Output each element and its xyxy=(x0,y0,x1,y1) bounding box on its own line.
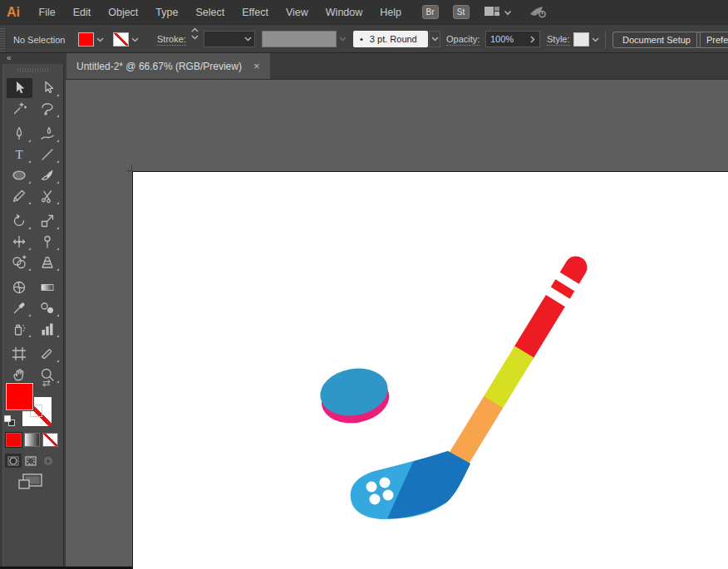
stepper-down-icon[interactable] xyxy=(191,35,199,40)
tool-paintbrush[interactable] xyxy=(35,165,61,185)
preferences-button[interactable]: Preferences xyxy=(696,32,728,48)
style-chevron-icon[interactable] xyxy=(589,32,601,47)
menu-effect[interactable]: Effect xyxy=(234,7,278,18)
blade-dot-4 xyxy=(383,490,394,501)
stick-shaft-chartreuse xyxy=(484,346,534,408)
workspace-chevron-down-icon[interactable] xyxy=(504,7,512,18)
curvature-pen-icon xyxy=(39,125,56,142)
menu-window[interactable]: Window xyxy=(317,7,371,18)
none-mode-button[interactable] xyxy=(42,433,58,447)
default-fill-stroke-icon[interactable] xyxy=(4,415,16,426)
control-bar-separator xyxy=(605,31,606,49)
fill-proxy-swatch[interactable] xyxy=(6,383,33,410)
control-bar: No Selection Stroke: xyxy=(0,24,728,53)
paintbrush-icon xyxy=(39,167,56,184)
document-tab[interactable]: Untitled-2* @ 66.67% (RGB/Preview) × xyxy=(66,53,270,79)
type-icon: T xyxy=(11,146,27,163)
menu-object[interactable]: Object xyxy=(100,7,147,18)
ellipse-icon xyxy=(11,167,27,184)
draw-inside-button xyxy=(40,454,57,468)
tool-line-segment[interactable] xyxy=(35,145,61,164)
brush-chevron-icon[interactable] xyxy=(429,31,440,47)
symbol-sprayer-icon xyxy=(11,321,27,337)
tool-selection[interactable] xyxy=(7,78,32,98)
stock-button[interactable]: St xyxy=(453,5,470,19)
tool-artboard[interactable] xyxy=(7,344,32,364)
selection-arrow-icon xyxy=(11,80,27,96)
tool-perspective-grid[interactable] xyxy=(35,253,61,272)
tool-lasso[interactable] xyxy=(35,99,61,119)
fill-chevron-down-icon[interactable] xyxy=(94,32,106,47)
puck-object[interactable] xyxy=(317,363,393,428)
tool-mesh[interactable] xyxy=(7,277,32,297)
menu-select[interactable]: Select xyxy=(187,7,234,18)
direct-selection-arrow-icon xyxy=(39,80,56,96)
line-segment-icon xyxy=(39,146,56,163)
menu-view[interactable]: View xyxy=(277,7,317,18)
menu-type[interactable]: Type xyxy=(147,7,187,18)
menu-file[interactable]: File xyxy=(30,7,64,18)
control-bar-grip[interactable] xyxy=(0,27,7,52)
pencil-icon xyxy=(11,188,27,204)
opacity-label[interactable]: Opacity: xyxy=(446,34,480,46)
mesh-icon xyxy=(11,279,27,296)
style-label[interactable]: Style: xyxy=(547,34,570,46)
color-mode-button[interactable] xyxy=(6,433,22,447)
tool-rotate[interactable] xyxy=(7,211,32,231)
canvas-viewport[interactable] xyxy=(66,80,728,569)
screen-mode-button[interactable] xyxy=(17,472,45,495)
artboard-icon xyxy=(11,346,27,362)
scissors-icon xyxy=(39,188,56,204)
menu-help[interactable]: Help xyxy=(371,7,411,18)
menu-edit[interactable]: Edit xyxy=(64,7,100,18)
tool-slice[interactable] xyxy=(35,344,61,364)
tool-symbol-sprayer[interactable] xyxy=(7,319,32,339)
tool-scissors[interactable] xyxy=(35,186,61,206)
tools-drag-handle[interactable] xyxy=(17,68,49,72)
tool-free-transform[interactable] xyxy=(35,232,61,252)
stroke-weight-dropdown[interactable] xyxy=(204,31,255,47)
magic-wand-icon xyxy=(11,101,27,117)
selection-status: No Selection xyxy=(13,25,65,54)
draw-normal-button[interactable] xyxy=(5,454,22,468)
tool-blend[interactable] xyxy=(35,298,61,318)
tool-scale[interactable] xyxy=(35,211,61,231)
tool-width[interactable] xyxy=(7,232,32,252)
tool-pen[interactable] xyxy=(7,124,32,144)
fill-color-swatch[interactable] xyxy=(78,32,94,47)
width-profile-dropdown xyxy=(262,31,337,47)
blade-dot-1 xyxy=(366,482,377,493)
tool-shape-builder[interactable] xyxy=(7,253,32,272)
style-swatch[interactable] xyxy=(573,32,589,47)
tool-direct-selection[interactable] xyxy=(35,78,61,98)
shape-builder-icon xyxy=(11,254,27,271)
tool-hand[interactable] xyxy=(7,365,32,385)
tool-curvature[interactable] xyxy=(35,124,61,144)
gradient-mode-button[interactable] xyxy=(24,433,40,447)
gpu-performance-button[interactable] xyxy=(529,3,548,22)
swap-fill-stroke-icon[interactable]: ⇄ xyxy=(42,377,51,389)
tool-magic-wand[interactable] xyxy=(7,99,32,119)
stroke-weight-stepper[interactable] xyxy=(189,25,200,42)
tool-column-graph[interactable] xyxy=(35,319,61,339)
tool-ellipse[interactable] xyxy=(7,165,32,185)
tab-close-icon[interactable]: × xyxy=(253,61,260,71)
opacity-expand-icon[interactable] xyxy=(530,36,535,43)
tool-gradient[interactable] xyxy=(35,277,61,297)
stroke-chevron-down-icon[interactable] xyxy=(129,32,140,47)
rotate-icon xyxy=(11,213,27,229)
tools-collapse-button[interactable]: « xyxy=(0,53,66,64)
tool-pencil[interactable] xyxy=(7,186,32,206)
stroke-color-swatch[interactable] xyxy=(113,32,129,47)
blade-dot-3 xyxy=(370,494,381,505)
tool-type[interactable]: T xyxy=(7,145,32,164)
draw-behind-button[interactable] xyxy=(22,454,39,468)
opacity-field[interactable]: 100% xyxy=(485,31,540,47)
bridge-button[interactable]: Br xyxy=(422,5,439,19)
tool-eyedropper[interactable] xyxy=(7,298,32,318)
stroke-weight-label[interactable]: Stroke: xyxy=(157,34,186,46)
brush-definition-dropdown[interactable]: • 3 pt. Round xyxy=(353,31,428,47)
document-setup-button[interactable]: Document Setup xyxy=(612,32,701,48)
workspace-switcher-button[interactable] xyxy=(484,5,500,20)
stepper-up-icon[interactable] xyxy=(191,27,199,32)
